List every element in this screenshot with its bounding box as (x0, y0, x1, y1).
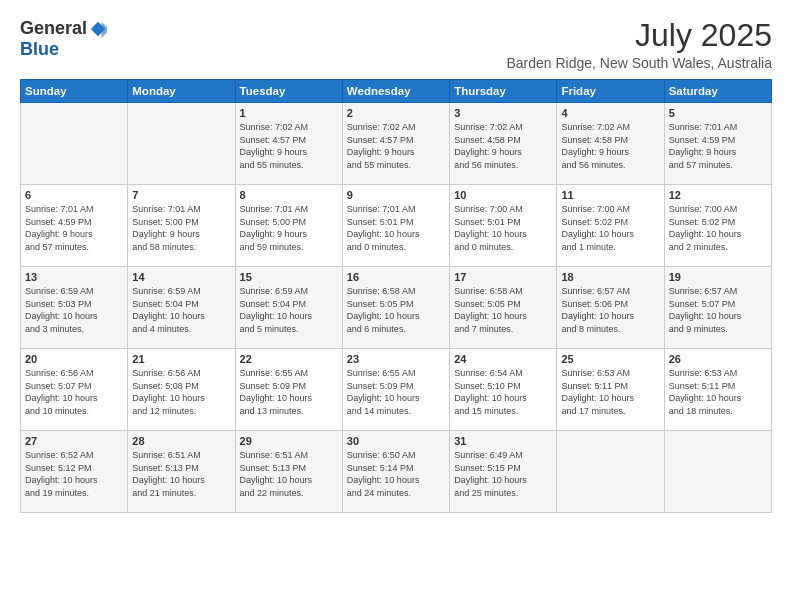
day-number: 20 (25, 353, 123, 365)
day-info: Sunrise: 6:52 AM Sunset: 5:12 PM Dayligh… (25, 449, 123, 499)
svg-marker-1 (102, 21, 107, 37)
day-number: 4 (561, 107, 659, 119)
calendar-table: Sunday Monday Tuesday Wednesday Thursday… (20, 79, 772, 513)
table-row: 15Sunrise: 6:59 AM Sunset: 5:04 PM Dayli… (235, 267, 342, 349)
day-number: 28 (132, 435, 230, 447)
day-number: 25 (561, 353, 659, 365)
day-info: Sunrise: 7:00 AM Sunset: 5:02 PM Dayligh… (669, 203, 767, 253)
table-row: 21Sunrise: 6:56 AM Sunset: 5:08 PM Dayli… (128, 349, 235, 431)
table-row: 22Sunrise: 6:55 AM Sunset: 5:09 PM Dayli… (235, 349, 342, 431)
day-number: 3 (454, 107, 552, 119)
day-info: Sunrise: 6:59 AM Sunset: 5:04 PM Dayligh… (132, 285, 230, 335)
day-number: 11 (561, 189, 659, 201)
day-number: 2 (347, 107, 445, 119)
table-row: 19Sunrise: 6:57 AM Sunset: 5:07 PM Dayli… (664, 267, 771, 349)
col-wednesday: Wednesday (342, 80, 449, 103)
table-row: 7Sunrise: 7:01 AM Sunset: 5:00 PM Daylig… (128, 185, 235, 267)
day-number: 29 (240, 435, 338, 447)
day-info: Sunrise: 7:02 AM Sunset: 4:58 PM Dayligh… (454, 121, 552, 171)
calendar-week-row: 6Sunrise: 7:01 AM Sunset: 4:59 PM Daylig… (21, 185, 772, 267)
day-info: Sunrise: 6:49 AM Sunset: 5:15 PM Dayligh… (454, 449, 552, 499)
col-monday: Monday (128, 80, 235, 103)
table-row: 27Sunrise: 6:52 AM Sunset: 5:12 PM Dayli… (21, 431, 128, 513)
day-info: Sunrise: 7:02 AM Sunset: 4:58 PM Dayligh… (561, 121, 659, 171)
day-number: 17 (454, 271, 552, 283)
logo-general-text: General (20, 18, 87, 39)
day-info: Sunrise: 6:50 AM Sunset: 5:14 PM Dayligh… (347, 449, 445, 499)
page: General Blue July 2025 Barden Ridge, New… (0, 0, 792, 612)
table-row: 6Sunrise: 7:01 AM Sunset: 4:59 PM Daylig… (21, 185, 128, 267)
table-row: 9Sunrise: 7:01 AM Sunset: 5:01 PM Daylig… (342, 185, 449, 267)
table-row: 24Sunrise: 6:54 AM Sunset: 5:10 PM Dayli… (450, 349, 557, 431)
day-info: Sunrise: 6:51 AM Sunset: 5:13 PM Dayligh… (132, 449, 230, 499)
day-number: 13 (25, 271, 123, 283)
calendar-week-row: 1Sunrise: 7:02 AM Sunset: 4:57 PM Daylig… (21, 103, 772, 185)
day-number: 27 (25, 435, 123, 447)
day-number: 8 (240, 189, 338, 201)
day-number: 12 (669, 189, 767, 201)
day-info: Sunrise: 6:57 AM Sunset: 5:07 PM Dayligh… (669, 285, 767, 335)
day-info: Sunrise: 6:58 AM Sunset: 5:05 PM Dayligh… (454, 285, 552, 335)
table-row: 20Sunrise: 6:56 AM Sunset: 5:07 PM Dayli… (21, 349, 128, 431)
table-row: 12Sunrise: 7:00 AM Sunset: 5:02 PM Dayli… (664, 185, 771, 267)
day-info: Sunrise: 6:59 AM Sunset: 5:04 PM Dayligh… (240, 285, 338, 335)
day-info: Sunrise: 7:01 AM Sunset: 5:00 PM Dayligh… (132, 203, 230, 253)
day-number: 6 (25, 189, 123, 201)
calendar-header-row: Sunday Monday Tuesday Wednesday Thursday… (21, 80, 772, 103)
table-row (21, 103, 128, 185)
day-number: 19 (669, 271, 767, 283)
day-info: Sunrise: 6:59 AM Sunset: 5:03 PM Dayligh… (25, 285, 123, 335)
day-info: Sunrise: 7:01 AM Sunset: 5:00 PM Dayligh… (240, 203, 338, 253)
day-info: Sunrise: 6:55 AM Sunset: 5:09 PM Dayligh… (240, 367, 338, 417)
logo-blue-text: Blue (20, 39, 59, 59)
day-number: 10 (454, 189, 552, 201)
day-number: 5 (669, 107, 767, 119)
day-info: Sunrise: 7:02 AM Sunset: 4:57 PM Dayligh… (347, 121, 445, 171)
col-thursday: Thursday (450, 80, 557, 103)
col-sunday: Sunday (21, 80, 128, 103)
day-info: Sunrise: 6:51 AM Sunset: 5:13 PM Dayligh… (240, 449, 338, 499)
header: General Blue July 2025 Barden Ridge, New… (20, 18, 772, 71)
day-number: 1 (240, 107, 338, 119)
table-row: 25Sunrise: 6:53 AM Sunset: 5:11 PM Dayli… (557, 349, 664, 431)
day-info: Sunrise: 6:56 AM Sunset: 5:08 PM Dayligh… (132, 367, 230, 417)
table-row: 23Sunrise: 6:55 AM Sunset: 5:09 PM Dayli… (342, 349, 449, 431)
day-number: 31 (454, 435, 552, 447)
table-row: 16Sunrise: 6:58 AM Sunset: 5:05 PM Dayli… (342, 267, 449, 349)
table-row: 3Sunrise: 7:02 AM Sunset: 4:58 PM Daylig… (450, 103, 557, 185)
day-number: 7 (132, 189, 230, 201)
month-year-title: July 2025 (506, 18, 772, 53)
table-row (664, 431, 771, 513)
title-section: July 2025 Barden Ridge, New South Wales,… (506, 18, 772, 71)
table-row: 18Sunrise: 6:57 AM Sunset: 5:06 PM Dayli… (557, 267, 664, 349)
day-number: 23 (347, 353, 445, 365)
day-number: 9 (347, 189, 445, 201)
day-info: Sunrise: 7:01 AM Sunset: 5:01 PM Dayligh… (347, 203, 445, 253)
day-number: 26 (669, 353, 767, 365)
table-row: 5Sunrise: 7:01 AM Sunset: 4:59 PM Daylig… (664, 103, 771, 185)
table-row: 29Sunrise: 6:51 AM Sunset: 5:13 PM Dayli… (235, 431, 342, 513)
table-row: 11Sunrise: 7:00 AM Sunset: 5:02 PM Dayli… (557, 185, 664, 267)
day-info: Sunrise: 6:55 AM Sunset: 5:09 PM Dayligh… (347, 367, 445, 417)
calendar-week-row: 13Sunrise: 6:59 AM Sunset: 5:03 PM Dayli… (21, 267, 772, 349)
day-number: 22 (240, 353, 338, 365)
table-row: 31Sunrise: 6:49 AM Sunset: 5:15 PM Dayli… (450, 431, 557, 513)
table-row: 1Sunrise: 7:02 AM Sunset: 4:57 PM Daylig… (235, 103, 342, 185)
table-row: 26Sunrise: 6:53 AM Sunset: 5:11 PM Dayli… (664, 349, 771, 431)
table-row (557, 431, 664, 513)
day-number: 24 (454, 353, 552, 365)
day-info: Sunrise: 7:00 AM Sunset: 5:01 PM Dayligh… (454, 203, 552, 253)
col-friday: Friday (557, 80, 664, 103)
day-number: 21 (132, 353, 230, 365)
day-info: Sunrise: 6:56 AM Sunset: 5:07 PM Dayligh… (25, 367, 123, 417)
table-row: 30Sunrise: 6:50 AM Sunset: 5:14 PM Dayli… (342, 431, 449, 513)
logo: General Blue (20, 18, 107, 60)
day-info: Sunrise: 6:57 AM Sunset: 5:06 PM Dayligh… (561, 285, 659, 335)
calendar-week-row: 20Sunrise: 6:56 AM Sunset: 5:07 PM Dayli… (21, 349, 772, 431)
day-number: 16 (347, 271, 445, 283)
calendar-week-row: 27Sunrise: 6:52 AM Sunset: 5:12 PM Dayli… (21, 431, 772, 513)
table-row: 17Sunrise: 6:58 AM Sunset: 5:05 PM Dayli… (450, 267, 557, 349)
col-saturday: Saturday (664, 80, 771, 103)
day-number: 15 (240, 271, 338, 283)
table-row: 10Sunrise: 7:00 AM Sunset: 5:01 PM Dayli… (450, 185, 557, 267)
